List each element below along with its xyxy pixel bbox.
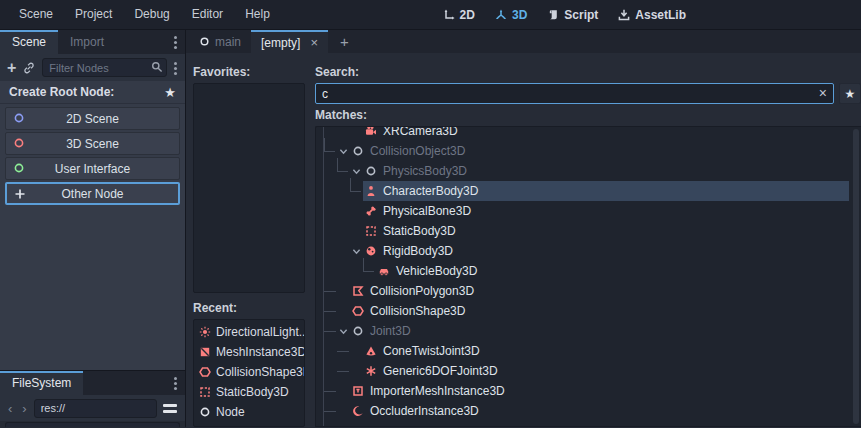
hexagon-icon <box>352 305 364 317</box>
toggle-favorite-button[interactable]: ★ <box>839 83 861 104</box>
tree-connector <box>324 411 336 412</box>
tab-filesystem[interactable]: FileSystem <box>0 371 83 395</box>
tree-item-CollisionPolygon3D[interactable]: CollisionPolygon3D <box>316 281 861 301</box>
root-option-3d-scene[interactable]: 3D Scene <box>5 132 180 155</box>
filesystem-menu-icon[interactable] <box>174 377 178 389</box>
filesystem-toolbar: ‹ › <box>0 395 185 421</box>
filter-files-input-partial[interactable] <box>5 422 180 427</box>
favorites-label: Favorites: <box>193 63 305 83</box>
tree-item-XRCamera3D[interactable]: XRCamera3D <box>316 126 861 141</box>
recent-label: Recent: <box>193 299 305 319</box>
vehicle-icon <box>378 265 390 277</box>
create-node-dialog: Favorites: Recent: DirectionalLight...Me… <box>186 53 861 427</box>
filesystem-display-mode-icon[interactable] <box>163 404 177 407</box>
circle-icon <box>352 145 364 157</box>
nav-forward-icon[interactable]: › <box>19 401 29 416</box>
cone-icon <box>365 345 377 357</box>
dialog-left-column: Favorites: Recent: DirectionalLight...Me… <box>193 63 305 427</box>
expand-arrow-icon[interactable] <box>337 146 350 157</box>
recent-item-MeshInstance3D[interactable]: MeshInstance3D <box>194 342 304 362</box>
workspace-tab-assetlib[interactable]: AssetLib <box>611 0 693 29</box>
sun-icon <box>199 326 211 338</box>
tree-item-Generic6DOFJoint3D[interactable]: Generic6DOFJoint3D <box>316 361 861 381</box>
workspace-tabs: 2D3DScriptAssetLib <box>436 0 861 29</box>
expand-arrow-icon[interactable] <box>350 166 363 177</box>
resource-path-input[interactable] <box>34 399 157 418</box>
tree-item-RigidBody3D[interactable]: RigidBody3D <box>316 241 861 261</box>
scene-tab-empty[interactable]: [empty] × <box>251 30 328 53</box>
tree-item-ImporterMeshInstance3D[interactable]: ImporterMeshInstance3D <box>316 381 861 401</box>
instance-scene-icon[interactable] <box>23 62 35 74</box>
tree-item-CollisionShape3D[interactable]: CollisionShape3D <box>316 301 861 321</box>
circle-icon <box>13 112 25 124</box>
workspace-tab-3d[interactable]: 3D <box>488 0 534 29</box>
root-option-2d-scene[interactable]: 2D Scene <box>5 107 180 130</box>
recent-item-StaticBody3D[interactable]: StaticBody3D <box>194 382 304 402</box>
polygon-icon <box>352 285 364 297</box>
menu-items: Scene Project Debug Editor Help <box>0 0 281 29</box>
root-option-other-node[interactable]: Other Node <box>5 182 180 205</box>
tree-connector <box>337 351 349 352</box>
godot-editor-window: Scene Project Debug Editor Help 2D3DScri… <box>0 0 861 428</box>
workspace-tab-script[interactable]: Script <box>540 0 605 29</box>
asterisk-icon <box>365 365 377 377</box>
tree-item-RayCast3D[interactable]: RayCast3D <box>316 421 861 427</box>
search-wrap: × <box>315 83 834 104</box>
tree-connector <box>324 138 335 152</box>
menu-project[interactable]: Project <box>64 0 123 29</box>
tab-scene[interactable]: Scene <box>0 30 58 54</box>
root-option-user-interface[interactable]: User Interface <box>5 157 180 180</box>
hexagon-icon <box>199 366 211 378</box>
recent-item-DirectionalLight[interactable]: DirectionalLight... <box>194 322 304 342</box>
meshbox-icon <box>352 385 364 397</box>
menu-scene[interactable]: Scene <box>8 0 64 29</box>
search-icon <box>151 61 163 73</box>
tree-item-CollisionObject3D[interactable]: CollisionObject3D <box>316 141 861 161</box>
scene-dock-menu-icon[interactable] <box>174 36 178 48</box>
tree-item-PhysicsBody3D[interactable]: PhysicsBody3D <box>316 161 861 181</box>
search-label: Search: <box>315 63 861 83</box>
nav-back-icon[interactable]: ‹ <box>5 401 15 416</box>
tree-item-Joint3D[interactable]: Joint3D <box>316 321 861 341</box>
tree-item-StaticBody3D[interactable]: StaticBody3D <box>316 221 861 241</box>
node-search-input[interactable] <box>315 83 834 104</box>
scene-toolbar-menu-icon[interactable] <box>174 62 178 74</box>
expand-arrow-icon[interactable] <box>350 246 363 257</box>
scene-icon <box>199 36 210 47</box>
expand-arrow-icon[interactable] <box>337 326 350 337</box>
assetlib-icon <box>618 9 630 21</box>
node-icon <box>199 406 211 418</box>
tab-import[interactable]: Import <box>58 30 116 54</box>
tree-item-OccluderInstance3D[interactable]: OccluderInstance3D <box>316 401 861 421</box>
filesystem-tabs: FileSystem <box>0 371 185 395</box>
scene-tab-main[interactable]: main <box>189 30 251 53</box>
script-icon <box>547 9 559 21</box>
favorite-star-icon[interactable]: ★ <box>164 85 176 100</box>
close-tab-icon[interactable]: × <box>310 35 318 50</box>
axes2d-icon <box>443 9 455 21</box>
menu-help[interactable]: Help <box>234 0 281 29</box>
tree-scrollbar[interactable] <box>853 129 859 424</box>
favorites-list[interactable] <box>193 83 305 293</box>
menubar: Scene Project Debug Editor Help 2D3DScri… <box>0 0 861 30</box>
clear-search-icon[interactable]: × <box>819 85 827 101</box>
recent-item-CollisionShape3D[interactable]: CollisionShape3D <box>194 362 304 382</box>
tree-item-PhysicalBone3D[interactable]: PhysicalBone3D <box>316 201 861 221</box>
scene-tree-empty-area[interactable] <box>0 208 185 370</box>
menu-debug[interactable]: Debug <box>123 0 180 29</box>
new-scene-tab-icon[interactable]: + <box>328 31 361 53</box>
filesystem-dock: FileSystem ‹ › <box>0 370 185 427</box>
tree-item-VehicleBody3D[interactable]: VehicleBody3D <box>316 261 861 281</box>
tree-connector <box>337 158 348 172</box>
tree-rows: XRCamera3DCollisionObject3DPhysicsBody3D… <box>316 126 861 427</box>
menu-editor[interactable]: Editor <box>181 0 234 29</box>
tree-item-CharacterBody3D[interactable]: CharacterBody3D <box>316 181 861 201</box>
circle-icon <box>365 165 377 177</box>
add-node-icon[interactable]: + <box>7 60 16 76</box>
recent-list: DirectionalLight...MeshInstance3DCollisi… <box>193 319 305 427</box>
workspace-tab-2d[interactable]: 2D <box>436 0 482 29</box>
recent-item-Node[interactable]: Node <box>194 402 304 422</box>
tree-item-ConeTwistJoint3D[interactable]: ConeTwistJoint3D <box>316 341 861 361</box>
scene-toolbar: + <box>0 54 185 81</box>
filter-nodes-input[interactable] <box>42 58 167 77</box>
